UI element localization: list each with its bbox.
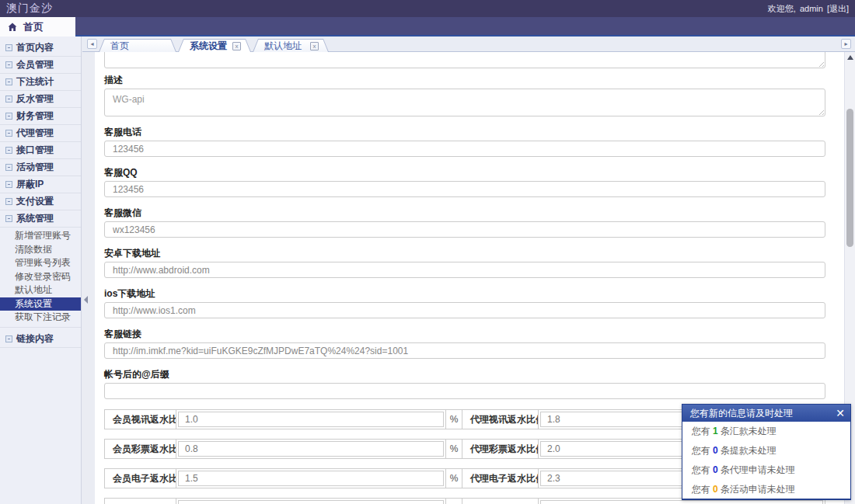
field-label: 客服电话 (104, 127, 825, 137)
sidebar-item-bet-stats[interactable]: 下注统计 (0, 74, 81, 91)
tab-bar: ◂ 首页 系统设置 x 默认地址 x ▸ (82, 36, 855, 52)
close-icon[interactable]: x (232, 42, 241, 50)
tab-default-address[interactable]: 默认地址 x (253, 39, 329, 52)
description-textarea[interactable]: WG-api (104, 89, 825, 116)
service-qq-input[interactable] (104, 181, 825, 197)
member-video-rebate-input[interactable] (178, 412, 444, 427)
percent-label (445, 499, 462, 504)
service-phone-input[interactable] (104, 141, 825, 157)
sidebar-item-system-mgmt[interactable]: 系统管理 (0, 210, 81, 228)
notification-item-remittance: 您有1条汇款未处理 (682, 422, 850, 441)
pending-count: 1 (713, 426, 718, 436)
sidebar-item-api-mgmt[interactable]: 接口管理 (0, 142, 81, 159)
logout-link[interactable]: [退出] (827, 3, 849, 15)
sidebar-item-member-mgmt[interactable]: 会员管理 (0, 57, 81, 74)
pending-count: 0 (713, 484, 718, 495)
scroll-up-arrow-icon[interactable] (847, 55, 853, 60)
nav-tab-home[interactable]: 首页 (0, 17, 75, 36)
tabs-scroll-left-button[interactable]: ◂ (87, 39, 97, 49)
sidebar-sub-get-bet-records[interactable]: 获取下注记录 (0, 311, 81, 325)
close-icon[interactable]: x (310, 42, 319, 50)
sidebar-sub-clear-data[interactable]: 清除数据 (0, 243, 81, 257)
notification-header: 您有新的信息请及时处理 ✕ (682, 405, 850, 422)
field-service-wechat: 客服微信 (104, 207, 825, 238)
notification-item-activity-apply: 您有0条活动申请未处理 (682, 480, 850, 499)
sidebar-sub-change-password[interactable]: 修改登录密码 (0, 270, 81, 284)
scrollbar-thumb[interactable] (846, 109, 853, 247)
tabs-scroll-right-button[interactable]: ▸ (841, 39, 851, 49)
system-submenu: 新增管理账号 清除数据 管理账号列表 修改登录密码 默认地址 系统设置 获取下注… (0, 228, 81, 328)
cutoff-textarea[interactable] (104, 52, 825, 68)
panel-icon (5, 147, 12, 154)
field-android-download: 安卓下载地址 (104, 248, 825, 278)
tab-home[interactable]: 首页 (99, 39, 176, 52)
ratio-input[interactable] (178, 500, 444, 504)
panel-icon (5, 198, 12, 205)
service-link-input[interactable] (104, 342, 825, 359)
notification-popup: 您有新的信息请及时处理 ✕ 您有1条汇款未处理 您有0条提款未处理 您有0条代理… (682, 404, 851, 500)
percent-label: % (445, 469, 462, 488)
sidebar: 首页内容 会员管理 下注统计 反水管理 财务管理 代理管理 接口管理 活动管理 … (0, 36, 82, 504)
nav-tab-home-label: 首页 (23, 20, 44, 34)
top-bar: 澳门金沙 欢迎您, admin [退出] (0, 0, 855, 17)
brand-title: 澳门金沙 (6, 2, 53, 16)
sidebar-item-link-content[interactable]: 链接内容 (0, 331, 81, 348)
main-nav-bar: 首页 (0, 17, 855, 36)
tab-system-settings[interactable]: 系统设置 x (178, 39, 251, 52)
sidebar-sub-default-address[interactable]: 默认地址 (0, 283, 81, 297)
service-wechat-input[interactable] (104, 221, 825, 238)
notification-item-withdrawal: 您有0条提款未处理 (682, 441, 850, 461)
sidebar-sub-system-settings[interactable]: 系统设置 (0, 297, 81, 311)
panel-icon (5, 215, 12, 222)
sidebar-item-finance-mgmt[interactable]: 财务管理 (0, 108, 81, 125)
field-service-qq: 客服QQ (104, 167, 825, 197)
account-suffix-input[interactable] (104, 383, 825, 399)
notification-title: 您有新的信息请及时处理 (690, 408, 793, 419)
panel-icon (5, 78, 12, 85)
sidebar-item-rebate-mgmt[interactable]: 反水管理 (0, 91, 81, 108)
panel-icon (5, 164, 12, 171)
field-cutoff-textarea (104, 52, 825, 68)
field-service-link: 客服链接 (104, 328, 825, 359)
field-account-suffix: 帐号后的@后缀 (104, 369, 825, 399)
field-label: ios下载地址 (104, 288, 825, 299)
splitter-collapse-handle[interactable] (84, 296, 88, 304)
sidebar-item-activity-mgmt[interactable]: 活动管理 (0, 159, 81, 176)
panel-icon (5, 44, 12, 51)
sidebar-item-payment-settings[interactable]: 支付设置 (0, 193, 81, 210)
panel-icon (5, 181, 12, 188)
pending-count: 0 (713, 445, 718, 456)
home-icon (8, 23, 17, 32)
field-label: 客服链接 (104, 328, 825, 339)
panel-icon (5, 130, 12, 137)
field-description: 描述 WG-api (104, 75, 825, 116)
percent-label: % (445, 410, 462, 429)
field-label: 描述 (104, 75, 825, 85)
member-lottery-rebate-input[interactable] (178, 441, 444, 457)
field-ios-download: ios下载地址 (104, 288, 825, 318)
username: admin (800, 4, 823, 13)
sidebar-item-block-ip[interactable]: 屏蔽IP (0, 176, 81, 193)
member-slots-rebate-input[interactable] (178, 471, 444, 486)
ratio-input[interactable] (540, 500, 823, 504)
android-download-input[interactable] (104, 262, 825, 278)
panel-icon (5, 113, 12, 120)
panel-icon (5, 335, 12, 342)
field-label: 帐号后的@后缀 (104, 369, 825, 380)
sidebar-item-agent-mgmt[interactable]: 代理管理 (0, 125, 81, 142)
field-label: 客服微信 (104, 207, 825, 218)
panel-icon (5, 61, 12, 68)
close-icon[interactable]: ✕ (836, 405, 845, 422)
panel-icon (5, 96, 12, 103)
sidebar-sub-admin-account-list[interactable]: 管理账号列表 (0, 256, 81, 270)
notification-item-agent-apply: 您有0条代理申请未处理 (682, 461, 850, 480)
welcome-text: 欢迎您, (768, 3, 796, 15)
pending-count: 0 (713, 464, 718, 475)
field-label: 客服QQ (104, 167, 825, 178)
field-label: 安卓下载地址 (104, 248, 825, 259)
sidebar-item-homepage-content[interactable]: 首页内容 (0, 40, 81, 57)
percent-label: % (445, 440, 462, 458)
field-service-phone: 客服电话 (104, 127, 825, 157)
ios-download-input[interactable] (104, 302, 825, 318)
sidebar-sub-add-admin-account[interactable]: 新增管理账号 (0, 229, 81, 243)
